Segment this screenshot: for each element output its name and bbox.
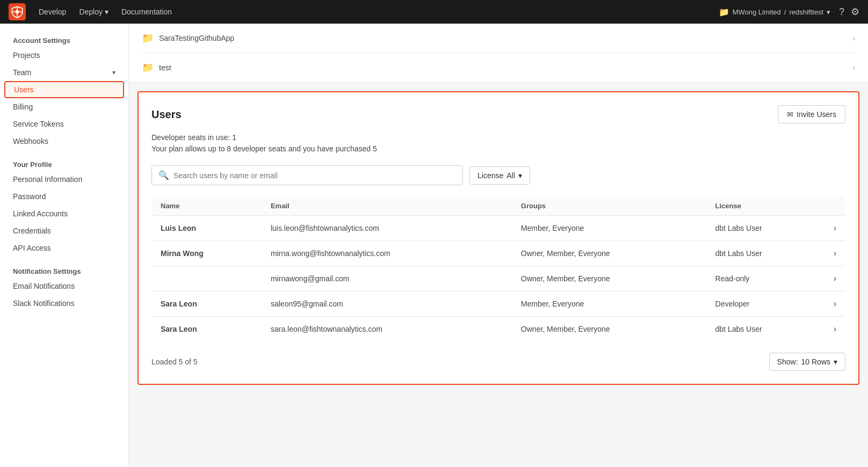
- show-rows-button[interactable]: Show: 10 Rows ▾: [769, 353, 845, 371]
- repo-item-1-left: 📁 SaraTestingGithubApp: [142, 32, 234, 44]
- col-groups: Groups: [512, 196, 707, 216]
- help-icon[interactable]: ?: [839, 6, 844, 18]
- table-row[interactable]: mirnawong@gmail.com Owner, Member, Every…: [152, 266, 845, 291]
- repo-name-1: SaraTestingGithubApp: [159, 34, 234, 42]
- sidebar: Account Settings Projects Team ▾ Users B…: [0, 24, 129, 467]
- account-settings-label: Account Settings: [0, 32, 128, 47]
- top-nav-icons: ? ⚙: [839, 6, 859, 18]
- sidebar-api-access-label: API Access: [13, 244, 51, 252]
- search-input[interactable]: [173, 171, 456, 180]
- search-filter-row: 🔍 License All ▾: [151, 165, 845, 185]
- svg-point-1: [16, 10, 19, 13]
- repo-folder-icon-1: 📁: [142, 32, 154, 44]
- users-panel: Users ✉ Invite Users Developer seats in …: [138, 91, 859, 385]
- account-name: MWong Limited: [733, 8, 781, 16]
- license-filter-label: License: [478, 171, 503, 180]
- dbt-logo[interactable]: [9, 3, 26, 20]
- users-title: Users: [151, 108, 182, 121]
- sidebar-item-password[interactable]: Password: [0, 188, 128, 205]
- folder-icon: 📁: [719, 7, 729, 17]
- user-chevron-3[interactable]: ›: [824, 291, 845, 317]
- show-rows-label: Show:: [777, 357, 798, 366]
- users-header: Users ✉ Invite Users: [151, 105, 845, 123]
- sidebar-credentials-label: Credentials: [13, 227, 51, 235]
- sidebar-item-webhooks[interactable]: Webhooks: [0, 133, 128, 150]
- sidebar-item-credentials[interactable]: Credentials: [0, 222, 128, 239]
- user-license-4: dbt Labs User: [707, 317, 824, 342]
- sidebar-item-linked-accounts[interactable]: Linked Accounts: [0, 205, 128, 222]
- user-name-1: Mirna Wong: [152, 241, 262, 266]
- sidebar-item-service-tokens[interactable]: Service Tokens: [0, 115, 128, 133]
- sidebar-item-personal-info[interactable]: Personal Information: [0, 171, 128, 188]
- show-rows-value: 10 Rows: [801, 357, 830, 366]
- search-icon: 🔍: [158, 170, 169, 180]
- user-chevron-1[interactable]: ›: [824, 241, 845, 266]
- nav-develop[interactable]: Develop: [39, 8, 66, 16]
- repo-list: 📁 SaraTestingGithubApp › 📁 test ›: [129, 24, 868, 83]
- loaded-text: Loaded 5 of 5: [151, 357, 198, 366]
- repo-name-2: test: [159, 63, 171, 72]
- nav-deploy-label: Deploy: [79, 8, 103, 16]
- sidebar-billing-label: Billing: [13, 103, 33, 111]
- nav-left: Develop Deploy ▾ Documentation: [9, 3, 172, 20]
- user-name-3: Sara Leon: [152, 291, 262, 317]
- user-name-0: Luis Leon: [152, 216, 262, 241]
- your-profile-label: Your Profile: [0, 156, 128, 171]
- license-filter-chevron: ▾: [518, 171, 522, 180]
- table-header-row: Name Email Groups License: [152, 196, 845, 216]
- col-action: [824, 196, 845, 216]
- invite-users-button[interactable]: ✉ Invite Users: [778, 105, 845, 123]
- gear-icon[interactable]: ⚙: [851, 6, 859, 18]
- user-chevron-4[interactable]: ›: [824, 317, 845, 342]
- sidebar-users-label: Users: [14, 85, 34, 94]
- user-email-0: luis.leon@fishtownanalytics.com: [262, 216, 512, 241]
- repo-item-2[interactable]: 📁 test ›: [142, 53, 855, 82]
- table-row[interactable]: Sara Leon saleon95@gmail.com Member, Eve…: [152, 291, 845, 317]
- invite-icon: ✉: [787, 110, 793, 119]
- account-separator: /: [784, 8, 786, 16]
- users-table-head: Name Email Groups License: [152, 196, 845, 216]
- nav-right: 📁 MWong Limited / redshifttest ▾ ? ⚙: [719, 6, 859, 18]
- col-license: License: [707, 196, 824, 216]
- team-dropdown-arrow: ▾: [112, 69, 115, 76]
- table-row[interactable]: Sara Leon sara.leon@fishtownanalytics.co…: [152, 317, 845, 342]
- table-row[interactable]: Luis Leon luis.leon@fishtownanalytics.co…: [152, 216, 845, 241]
- account-dropdown-icon: ▾: [827, 8, 830, 16]
- search-box: 🔍: [151, 165, 463, 185]
- user-name-4: Sara Leon: [152, 317, 262, 342]
- sidebar-item-billing[interactable]: Billing: [0, 98, 128, 115]
- sidebar-item-email-notifications[interactable]: Email Notifications: [0, 278, 128, 295]
- repo-item-2-left: 📁 test: [142, 62, 171, 74]
- seats-line2: Your plan allows up to 8 developer seats…: [151, 143, 845, 155]
- repo-chevron-1: ›: [852, 34, 855, 42]
- sidebar-item-projects[interactable]: Projects: [0, 47, 128, 64]
- seats-line1: Developer seats in use: 1: [151, 132, 845, 143]
- nav-deploy[interactable]: Deploy ▾: [79, 8, 108, 16]
- account-selector[interactable]: 📁 MWong Limited / redshifttest ▾: [719, 7, 830, 17]
- user-chevron-0[interactable]: ›: [824, 216, 845, 241]
- user-license-3: Developer: [707, 291, 824, 317]
- table-row[interactable]: Mirna Wong mirna.wong@fishtownanalytics.…: [152, 241, 845, 266]
- sidebar-item-slack-notifications[interactable]: Slack Notifications: [0, 295, 128, 312]
- user-email-4: sara.leon@fishtownanalytics.com: [262, 317, 512, 342]
- user-chevron-2[interactable]: ›: [824, 266, 845, 291]
- show-rows-chevron: ▾: [834, 357, 837, 366]
- invite-button-label: Invite Users: [797, 110, 836, 119]
- col-email: Email: [262, 196, 512, 216]
- sidebar-team-label: Team: [13, 68, 31, 77]
- user-email-2: mirnawong@gmail.com: [262, 266, 512, 291]
- sidebar-item-users[interactable]: Users: [4, 81, 124, 98]
- col-name: Name: [152, 196, 262, 216]
- repo-item-1[interactable]: 📁 SaraTestingGithubApp ›: [142, 24, 855, 53]
- nav-documentation[interactable]: Documentation: [121, 8, 172, 16]
- main-content: 📁 SaraTestingGithubApp › 📁 test › Users …: [129, 24, 868, 467]
- dbt-logo-icon: [9, 3, 26, 20]
- license-filter-dropdown[interactable]: License All ▾: [469, 166, 530, 185]
- user-email-1: mirna.wong@fishtownanalytics.com: [262, 241, 512, 266]
- sidebar-projects-label: Projects: [13, 51, 40, 60]
- sidebar-item-team[interactable]: Team ▾: [0, 64, 128, 81]
- account-project: redshifttest: [789, 8, 823, 16]
- sidebar-item-api-access[interactable]: API Access: [0, 239, 128, 257]
- table-footer: Loaded 5 of 5 Show: 10 Rows ▾: [151, 353, 845, 371]
- layout: Account Settings Projects Team ▾ Users B…: [0, 24, 868, 467]
